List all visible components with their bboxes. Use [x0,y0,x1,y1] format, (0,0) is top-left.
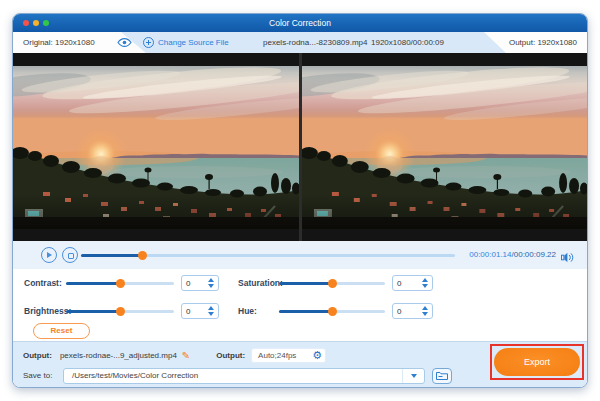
title-bar: Color Correction [13,14,587,32]
chevron-down-icon [411,374,417,378]
export-highlight-annotation: Export [490,344,584,380]
hue-value: 0 [397,307,401,316]
change-source-file-label: Change Source File [158,38,229,47]
saturation-value: 0 [397,279,401,288]
change-source-file-button[interactable]: Change Source File [143,32,229,53]
playback-bar: 00:00:01.14/00:00:09.22 [13,241,587,269]
brightness-label: Brightness: [24,306,66,316]
output-video-frame [302,66,587,229]
brightness-slider-handle[interactable] [116,307,125,316]
save-path-dropdown[interactable] [402,369,424,383]
original-preview-pane[interactable] [13,53,299,241]
original-video-frame [13,66,299,229]
stop-button[interactable] [62,247,78,263]
contrast-slider-handle[interactable] [116,279,125,288]
reset-button[interactable]: Reset [33,323,90,339]
toolbar: Original: 1920x1080 Change Source File p… [13,32,587,53]
brightness-value: 0 [186,307,190,316]
volume-icon[interactable] [561,249,574,267]
output-panel: Output: pexels-rodnae-...9_adjusted.mp4 … [13,341,587,388]
brightness-stepper[interactable]: 0 [181,303,219,319]
output-preview-pane[interactable] [302,53,587,241]
saturation-slider-handle[interactable] [328,279,337,288]
seek-bar-fill [81,254,142,257]
hue-slider[interactable] [279,310,385,313]
seek-bar-handle[interactable] [138,251,147,260]
settings-gear-icon[interactable]: ⚙ [312,350,322,361]
current-time: 00:00:01.14 [469,250,511,259]
contrast-value: 0 [186,279,190,288]
export-button[interactable]: Export [494,348,580,376]
stepper-arrows-icon[interactable] [208,278,214,288]
contrast-stepper[interactable]: 0 [181,275,219,291]
play-button[interactable] [41,247,57,263]
seek-bar[interactable] [81,254,455,257]
saturation-slider[interactable] [279,282,385,285]
hue-slider-handle[interactable] [328,307,337,316]
adjustments-panel: Contrast: 0 Saturation: 0 Brightness: 0 … [13,269,587,341]
time-display: 00:00:01.14/00:00:09.22 [469,241,556,269]
save-to-label: Save to: [23,371,63,380]
brightness-slider[interactable] [66,310,174,313]
save-path-input[interactable]: /Users/test/Movies/Color Correction [63,368,425,384]
hue-stepper[interactable]: 0 [392,303,433,319]
plus-circle-icon [143,37,154,48]
hue-label: Hue: [238,306,279,316]
preview-eye-icon[interactable] [117,38,132,49]
edit-filename-icon[interactable]: ✎ [182,350,190,361]
output-format-label: Output: [216,351,245,360]
output-resolution-label: Output: 1920x1080 [509,32,577,53]
stepper-arrows-icon[interactable] [208,306,214,316]
browse-folder-button[interactable] [432,368,452,384]
window-title: Color Correction [13,14,587,32]
source-file-name: pexels-rodna...-8230809.mp4 [263,32,368,53]
original-resolution-label: Original: 1920x1080 [23,32,95,53]
saturation-label: Saturation: [238,278,279,288]
output-file-name: pexels-rodnae-...9_adjusted.mp4 [60,351,177,360]
source-file-info: 1920x1080/00:00:09 [371,32,444,53]
stepper-arrows-icon[interactable] [422,306,428,316]
contrast-label: Contrast: [24,278,66,288]
stepper-arrows-icon[interactable] [422,278,428,288]
output-file-label: Output: [23,351,52,360]
format-selector[interactable]: Auto;24fps ⚙ [251,348,326,363]
total-time: 00:00:09.22 [514,250,556,259]
app-window: Color Correction Original: 1920x1080 Cha… [12,13,588,388]
saturation-stepper[interactable]: 0 [392,275,433,291]
format-value: Auto;24fps [258,351,296,360]
contrast-slider[interactable] [66,282,174,285]
save-path-value: /Users/test/Movies/Color Correction [72,371,198,380]
video-preview-area [13,53,587,241]
